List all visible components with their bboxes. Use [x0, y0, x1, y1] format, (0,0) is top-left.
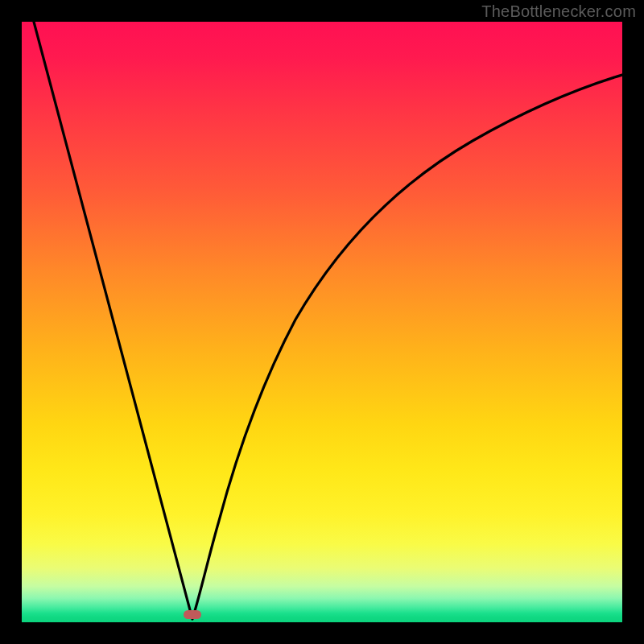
- attribution-label: TheBottlenecker.com: [481, 2, 636, 21]
- curve-path: [34, 22, 622, 619]
- chart-canvas: TheBottlenecker.com: [0, 0, 644, 644]
- plot-area: [22, 22, 622, 622]
- bottleneck-curve: [22, 22, 622, 622]
- minimum-marker: [184, 610, 201, 619]
